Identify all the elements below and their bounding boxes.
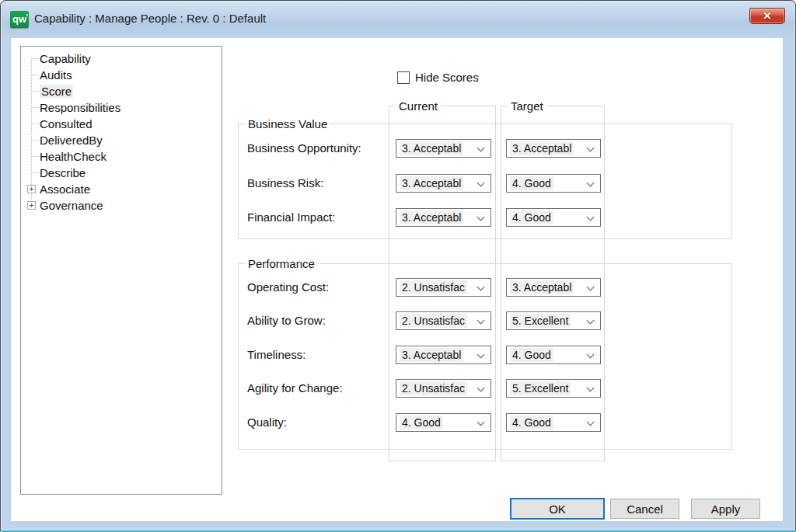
financial-impact-current-dropdown[interactable]: 3. Acceptabl: [396, 208, 491, 227]
target-column-title: Target: [508, 99, 546, 113]
timeliness-target-dropdown[interactable]: 4. Good: [506, 346, 601, 364]
row-agility-for-change: Agility for Change: 2. Unsatisfac 5. Exc…: [11, 379, 783, 398]
chevron-down-icon: [477, 214, 485, 221]
row-label: Ability to Grow:: [247, 314, 326, 327]
hide-scores-label: Hide Scores: [415, 71, 479, 84]
agility-for-change-target-dropdown[interactable]: 5. Excellent: [506, 379, 601, 398]
business-value-group-title: Business Value: [245, 117, 330, 130]
row-operating-cost: Operating Cost: 2. Unsatisfac 3. Accepta…: [11, 278, 783, 297]
row-business-risk: Business Risk: 3. Acceptabl 4. Good: [11, 174, 783, 193]
row-label: Business Risk:: [247, 176, 323, 190]
business-opportunity-target-dropdown[interactable]: 3. Acceptabl: [506, 139, 601, 158]
quality-target-dropdown[interactable]: 4. Good: [506, 413, 601, 432]
close-button[interactable]: ✕: [749, 8, 785, 24]
hide-scores-row: Hide Scores: [397, 71, 479, 84]
timeliness-current-dropdown[interactable]: 3. Acceptabl: [396, 346, 491, 364]
row-business-opportunity: Business Opportunity: 3. Acceptabl 3. Ac…: [11, 139, 783, 158]
chevron-down-icon: [477, 351, 485, 359]
cancel-button[interactable]: Cancel: [610, 499, 679, 519]
row-ability-to-grow: Ability to Grow: 2. Unsatisfac 5. Excell…: [11, 311, 783, 330]
row-label: Business Opportunity:: [247, 141, 361, 155]
chevron-down-icon: [587, 179, 595, 187]
row-quality: Quality: 4. Good 4. Good: [11, 413, 783, 432]
chevron-down-icon: [477, 384, 485, 392]
tree-item-consulted[interactable]: Consulted: [21, 116, 222, 132]
row-label: Quality:: [247, 416, 287, 429]
current-column-title: Current: [396, 99, 441, 113]
chevron-down-icon: [477, 283, 485, 291]
tree-item-capability[interactable]: Capability: [21, 50, 222, 67]
tree-item-responsibilities[interactable]: Responsibilities: [21, 99, 222, 116]
apply-button[interactable]: Apply: [691, 499, 760, 519]
financial-impact-target-dropdown[interactable]: 4. Good: [506, 208, 601, 227]
agility-for-change-current-dropdown[interactable]: 2. Unsatisfac: [396, 379, 491, 398]
app-icon: qw’: [10, 11, 29, 28]
chevron-down-icon: [587, 384, 595, 392]
tree-item-audits[interactable]: Audits: [21, 67, 222, 83]
row-label: Operating Cost:: [247, 280, 329, 294]
business-risk-current-dropdown[interactable]: 3. Acceptabl: [396, 174, 491, 193]
ability-to-grow-target-dropdown[interactable]: 5. Excellent: [506, 311, 601, 330]
business-opportunity-current-dropdown[interactable]: 3. Acceptabl: [396, 139, 491, 158]
quality-current-dropdown[interactable]: 4. Good: [396, 413, 491, 432]
chevron-down-icon: [477, 179, 485, 187]
operating-cost-current-dropdown[interactable]: 2. Unsatisfac: [396, 278, 491, 297]
title-bar: qw’ Capability : Manage People : Rev. 0 …: [2, 2, 794, 37]
tree-item-score[interactable]: Score: [21, 83, 222, 99]
ability-to-grow-current-dropdown[interactable]: 2. Unsatisfac: [396, 311, 491, 330]
operating-cost-target-dropdown[interactable]: 3. Acceptabl: [506, 278, 601, 297]
hide-scores-checkbox[interactable]: [397, 71, 410, 84]
row-label: Timeliness:: [247, 348, 305, 361]
row-financial-impact: Financial Impact: 3. Acceptabl 4. Good: [11, 208, 783, 227]
chevron-down-icon: [477, 144, 485, 152]
chevron-down-icon: [587, 351, 595, 359]
ok-button[interactable]: OK: [510, 498, 605, 520]
chevron-down-icon: [587, 214, 595, 221]
dialog-client-area: Capability Audits Score Responsibilities…: [11, 38, 783, 521]
row-label: Agility for Change:: [247, 381, 343, 395]
chevron-down-icon: [587, 317, 595, 325]
chevron-down-icon: [587, 419, 595, 426]
business-risk-target-dropdown[interactable]: 4. Good: [506, 174, 601, 193]
row-timeliness: Timeliness: 3. Acceptabl 4. Good: [11, 346, 783, 364]
chevron-down-icon: [587, 144, 595, 152]
chevron-down-icon: [587, 283, 595, 291]
close-icon: ✕: [763, 10, 772, 22]
window-title: Capability : Manage People : Rev. 0 : De…: [34, 12, 266, 25]
chevron-down-icon: [477, 317, 485, 325]
dialog-window: qw’ Capability : Manage People : Rev. 0 …: [0, 0, 796, 532]
performance-group-title: Performance: [245, 257, 318, 270]
row-label: Financial Impact:: [247, 210, 335, 224]
chevron-down-icon: [477, 419, 485, 426]
